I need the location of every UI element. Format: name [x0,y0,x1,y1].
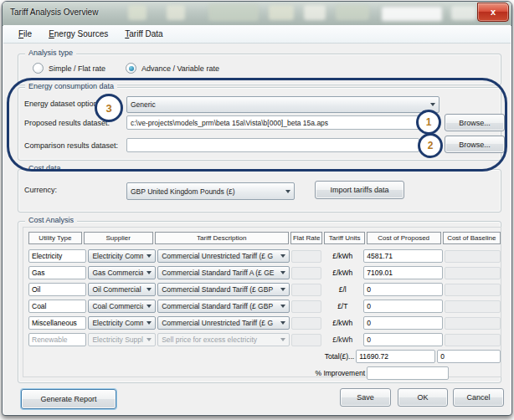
improvement-row: % Improvement [28,366,501,380]
chevron-down-icon [143,334,155,346]
table-header-row: Utility Type Supplier Tariff Description… [28,232,501,244]
supplier-dropdown[interactable]: Electricity Commerc [88,249,156,263]
tariff-units-label: £/kWh [323,252,362,260]
import-tariffs-button[interactable]: Import tariffs data [315,181,404,199]
annotation-circle-3: 3 [95,94,123,122]
cost-of-proposed-cell[interactable]: 0 [363,316,442,330]
analysis-type-group-label: Analysis type [25,49,76,57]
cancel-button[interactable]: Cancel [453,388,504,407]
tariff-units-label: £/T [323,302,362,310]
tariff-description-dropdown[interactable]: Commercial Unrestricted Tariff (£ G [157,316,290,330]
table-row: Oil Oil Commercial Sup Commercial Standa… [28,283,501,296]
flat-rate-cell [291,334,322,346]
chevron-down-icon [277,300,289,312]
cost-of-baseline-cell [445,250,501,263]
chevron-down-icon [143,267,155,279]
titlebar-background-artifact [336,5,369,20]
utility-type-cell[interactable]: Oil [28,283,86,296]
titlebar-background-artifact [167,5,185,20]
browse-proposed-button[interactable]: Browse... [445,114,505,131]
cost-of-baseline-cell [445,334,501,346]
cost-of-baseline-cell [445,300,501,313]
radio-simple-flat-rate[interactable]: Simple / Flat rate [33,63,105,74]
tariff-description-dropdown[interactable]: Commercial Standard Tariff A (£ GE [157,266,290,279]
cost-of-proposed-cell[interactable]: 7109.01 [363,266,442,279]
header-utility-type: Utility Type [28,232,82,244]
flat-rate-cell [291,300,322,313]
table-row: Coal Coal Commercial Su Commercial Stand… [28,300,501,313]
cost-of-baseline-cell [445,267,501,279]
energy-dataset-option-label: Energy dataset option: [24,100,100,108]
radio-advance-variable-rate[interactable]: Advance / Variable rate [126,63,219,74]
tariff-units-label: £/l [323,285,362,294]
tariff-description-dropdown: Sell price for excess electricity [157,333,290,346]
tariff-description-dropdown[interactable]: Commercial Standard Tariff (£ GBP [157,300,290,313]
header-supplier: Supplier [84,232,153,244]
tariff-description-dropdown[interactable]: Commercial Unrestricted Tariff (£ G [157,249,290,263]
proposed-results-label: Proposed results dataset: [24,119,110,127]
utility-type-cell[interactable]: Miscellaneous [28,316,86,330]
energy-dataset-option-dropdown[interactable]: Generic [126,96,439,113]
save-button[interactable]: Save [340,388,391,407]
window-title: Tariff Analysis Overview [10,8,98,17]
header-tariff-description: Tariff Description [155,232,289,244]
generate-report-button[interactable]: Generate Report [21,389,116,409]
radio-icon [126,63,136,74]
screenshot: Tariff Analysis Overview x File Energy S… [0,0,514,420]
tariff-units-label: £/kWh [323,319,362,327]
flat-rate-cell [291,317,322,330]
cost-data-group-label: Cost data [25,164,64,172]
currency-dropdown[interactable]: GBP United Kingdom Pounds (£) [126,182,295,200]
cost-of-proposed-cell[interactable]: 0 [363,300,442,313]
chevron-down-icon [277,250,289,262]
titlebar-background-artifact [451,6,476,20]
tariff-analysis-dialog: Tariff Analysis Overview x File Energy S… [2,1,512,416]
chevron-down-icon [143,300,155,312]
radio-label: Simple / Flat rate [49,64,105,73]
chevron-down-icon [277,334,289,346]
chevron-down-icon [143,317,155,329]
currency-label: Currency: [24,186,57,194]
total-label: Total(£)... [316,352,354,361]
flat-rate-cell [291,250,322,263]
menu-energy-sources[interactable]: Energy Sources [46,28,111,40]
comparison-results-input[interactable] [126,138,419,152]
table-row: Electricity Electricity Commerc Commerci… [28,249,501,263]
titlebar-background-artifact [269,5,294,20]
supplier-dropdown[interactable]: Gas Commercial Su [88,266,156,279]
total-baseline-value: 0 [437,350,501,363]
browse-comparison-button[interactable]: Browse... [445,136,505,153]
cost-of-proposed-cell[interactable]: 0 [363,333,442,346]
titlebar-background-artifact [381,6,443,22]
radio-label: Advance / Variable rate [141,64,219,73]
titlebar-background-artifact [208,4,259,21]
utility-type-cell[interactable]: Coal [28,300,86,313]
cost-of-proposed-cell[interactable]: 4581.71 [363,249,442,263]
chevron-down-icon [143,284,155,295]
tariff-description-dropdown[interactable]: Commercial Standard Tariff (£ GBP [157,283,290,296]
menu-tariff-data[interactable]: Tariff Data [122,28,165,40]
ok-button[interactable]: OK [398,388,448,407]
cost-analysis-table: Utility Type Supplier Tariff Description… [23,227,501,377]
utility-type-cell[interactable]: Gas [28,266,86,279]
annotation-circle-1: 1 [416,110,441,135]
flat-rate-cell [291,284,322,296]
chevron-down-icon [282,183,294,199]
utility-type-cell[interactable]: Electricity [28,249,86,263]
total-proposed-value: 11690.72 [356,350,435,363]
close-button[interactable]: x [477,3,509,22]
chevron-down-icon [277,284,289,295]
cost-of-proposed-cell[interactable]: 0 [363,283,442,296]
supplier-dropdown[interactable]: Coal Commercial Su [88,300,156,313]
titlebar-background-artifact [304,5,326,20]
tariff-units-label: £/kWh [323,269,362,277]
improvement-value[interactable] [367,366,449,380]
improvement-label: % Improvement [291,369,365,377]
cost-analysis-group-label: Cost Analysis [25,216,77,224]
supplier-dropdown[interactable]: Oil Commercial Sup [88,283,156,296]
supplier-dropdown[interactable]: Electricity Commerc [88,316,156,330]
menu-file[interactable]: File [16,28,34,40]
proposed-results-input[interactable]: c:\ve-projects\models_prm\beta 15a\Vista… [126,115,419,130]
tariff-units-label: £/kWh [323,335,362,344]
cost-of-baseline-cell [445,284,501,296]
